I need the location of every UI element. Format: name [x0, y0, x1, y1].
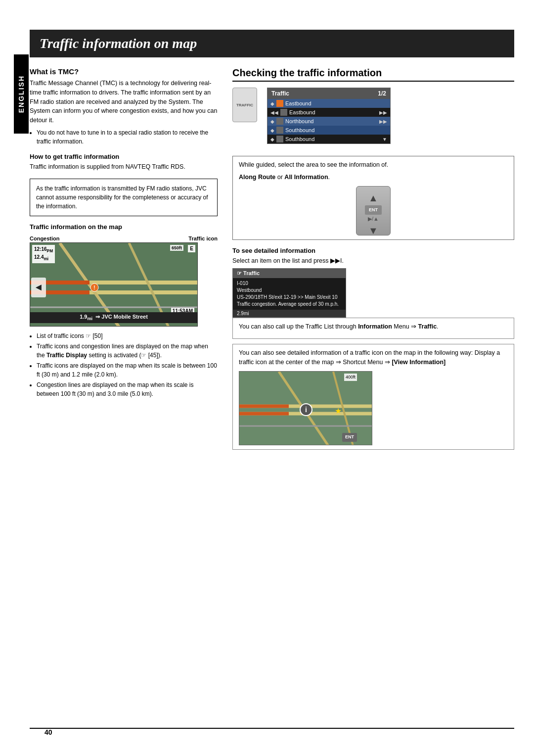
what-is-tmc-body: Traffic Message Channel (TMC) is a techn…	[30, 79, 218, 125]
map-compass: E	[188, 245, 195, 252]
info-note-2: You can also see detailed information of…	[232, 344, 514, 450]
traffic-list-title: Traffic	[271, 90, 289, 97]
traffic-icon-5	[276, 136, 283, 142]
congestion-label: Congestion	[30, 236, 60, 241]
bms-distance: 400ft	[344, 374, 357, 381]
traffic-row-5: ◆ Southbound ▼	[267, 135, 390, 143]
detail-distance: 2.9mi	[237, 311, 249, 316]
traffic-icon-label: Traffic icon	[188, 236, 218, 241]
guided-text: While guided, select the area to see the…	[239, 160, 508, 170]
map-time-display: 12:16PM	[34, 246, 53, 254]
detail-road: US-290/18TH St/exit 12-19 >> Main St/exi…	[237, 294, 342, 301]
info-note-1: You can also call up the Traffic List th…	[232, 318, 514, 339]
checking-traffic-title: Checking the traffic information	[232, 67, 514, 82]
svg-text:i: i	[305, 406, 307, 414]
bms-ent-button[interactable]: ENT	[342, 433, 357, 442]
map-distance-unit: mi	[87, 317, 92, 322]
traffic-list-screenshot: Traffic 1/2 ◆ Eastbound ◀◀ Eastbound	[267, 88, 391, 144]
note-box-text: As the traffic information is transmitte…	[36, 185, 208, 210]
traffic-row-label-3: Northbound	[285, 118, 314, 124]
info-note-2-text: You can also see detailed information of…	[239, 348, 508, 367]
map-bullet-3: Traffic icons are displayed on the map w…	[37, 361, 218, 379]
traffic-device-icon: TRAFFIC	[232, 88, 257, 122]
map-bullet-4: Congestion lines are displayed on the ma…	[37, 380, 218, 398]
english-sidebar: ENGLISH	[14, 54, 29, 134]
title-bar: Traffic information on map	[30, 30, 514, 57]
what-is-tmc-heading: What is TMC?	[30, 67, 218, 76]
traffic-row-label-4: Southbound	[285, 127, 314, 133]
traffic-row-3: ◆ Northbound ▶▶	[267, 117, 390, 126]
svg-text:★: ★	[335, 407, 342, 415]
map-label: ⇒ JVC Mobile Street	[95, 314, 148, 320]
svg-text:◄: ◄	[34, 282, 44, 292]
traffic-row-label-5: Southbound	[285, 136, 314, 142]
traffic-list-page: 1/2	[378, 90, 386, 97]
left-column: What is TMC? Traffic Message Channel (TM…	[30, 67, 227, 455]
traffic-row-1: ◆ Eastbound	[267, 99, 390, 108]
detail-screenshot: ☞ Traffic I-010 Westbound US-290/18TH St…	[232, 268, 346, 318]
to-see-detailed-heading: To see detailed information	[232, 247, 514, 254]
how-to-get-heading: How to get traffic information	[30, 153, 218, 160]
svg-text:!: !	[93, 285, 95, 290]
map-bullet-2: Traffic icons and congestion lines are d…	[37, 342, 218, 360]
page-container: ENGLISH Traffic information on map What …	[0, 0, 534, 756]
map-bottom-bar: 1.9mi ⇒ JVC Mobile Street	[30, 312, 197, 323]
ent-button[interactable]: ENT	[365, 205, 382, 215]
detail-content: I-010 Westbound US-290/18TH St/exit 12-1…	[233, 278, 346, 310]
right-column: Checking the traffic information TRAFFIC…	[227, 67, 514, 455]
tmc-bullet1: You do not have to tune in to a special …	[37, 128, 218, 146]
detail-icon: ☞	[237, 270, 242, 276]
detail-info: Traffic congestion. Average speed of 30 …	[237, 301, 342, 308]
main-content: What is TMC? Traffic Message Channel (TM…	[30, 67, 514, 455]
traffic-row-2: ◀◀ Eastbound ▶▶	[267, 108, 390, 117]
along-route-text: Along Route or All Information.	[239, 173, 508, 182]
traffic-map-image: ! ◄ 12:16PM 12.4mi E 650ft	[30, 242, 198, 327]
traffic-icon-3	[276, 118, 283, 125]
page-title: Traffic information on map	[40, 36, 504, 51]
page-rule	[30, 728, 514, 729]
along-route-box: While guided, select the area to see the…	[232, 156, 514, 240]
map-distance-display: 12.4mi	[34, 254, 53, 262]
note-box: As the traffic information is transmitte…	[30, 179, 218, 216]
map-labels: Congestion Traffic icon	[30, 236, 218, 241]
traffic-icon-2	[280, 109, 287, 116]
traffic-row-4: ◆ Southbound	[267, 126, 390, 135]
bottom-map-screenshot: i ★ 400ft ENT	[239, 371, 372, 445]
traffic-icon-4	[276, 127, 283, 134]
map-top-info: 12:16PM 12.4mi	[32, 245, 55, 263]
traffic-on-map-heading: Traffic information on the map	[30, 223, 218, 231]
to-see-detailed-text: Select an item on the list and press ▶▶I…	[232, 256, 514, 266]
traffic-row-label-1: Eastbound	[285, 100, 312, 106]
traffic-check-row: TRAFFIC Traffic 1/2 ◆ Eastbound	[232, 88, 514, 150]
traffic-map-container: Congestion Traffic icon	[30, 236, 218, 327]
map-bullet-1: List of traffic icons ☞ [50]	[37, 331, 218, 340]
ent-control: ▲ ENT ▶/▲ ▼	[356, 186, 391, 236]
sidebar-label: ENGLISH	[17, 75, 25, 113]
detail-footer: 2.9mi	[233, 310, 346, 317]
page-number: 40	[44, 728, 52, 736]
traffic-icon-1	[276, 100, 283, 107]
traffic-row-label-2: Eastbound	[289, 109, 315, 115]
map-distance-bottom: 1.9	[80, 314, 87, 320]
map-top-distance: 650ft	[170, 245, 183, 251]
info-note-1-text: You can also call up the Traffic List th…	[239, 322, 508, 331]
how-to-get-body: Traffic information is supplied from NAV…	[30, 162, 218, 172]
detail-header-title: Traffic	[243, 270, 260, 276]
detail-direction: Westbound	[237, 287, 342, 294]
detail-header: ☞ Traffic	[233, 269, 346, 278]
detail-route: I-010	[237, 280, 342, 287]
traffic-list-header: Traffic 1/2	[267, 88, 390, 99]
